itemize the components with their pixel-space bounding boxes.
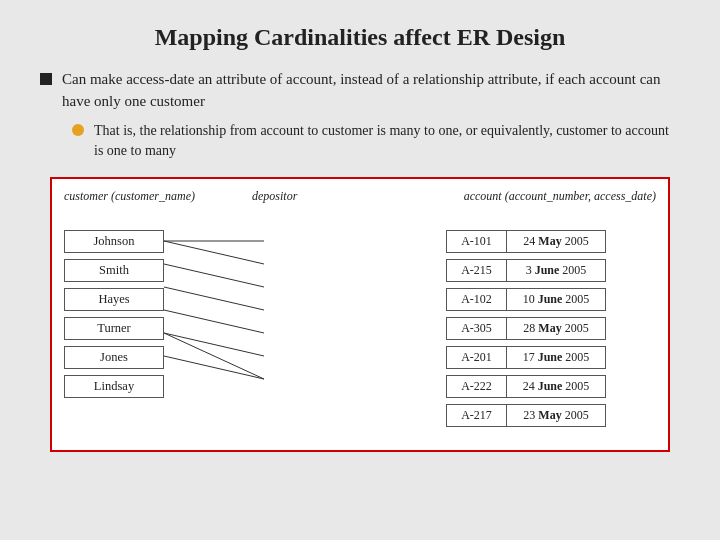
account-a215: A-215 3 June 2005 xyxy=(446,259,656,282)
customer-column: Johnson Smith Hayes Turner Jones Lindsay xyxy=(64,230,164,398)
slide: Mapping Cardinalities affect ER Design C… xyxy=(0,0,720,540)
diagram-labels: customer (customer_name) depositor accou… xyxy=(64,189,656,204)
account-column: A-101 24 May 2005 A-215 3 June 2005 A-10… xyxy=(446,230,656,427)
customer-turner: Turner xyxy=(64,317,164,340)
svg-line-5 xyxy=(164,333,264,356)
diagram-body: Johnson Smith Hayes Turner Jones Lindsay xyxy=(64,230,656,440)
svg-line-6 xyxy=(164,333,264,379)
svg-line-4 xyxy=(164,310,264,333)
svg-line-2 xyxy=(164,264,264,287)
svg-line-3 xyxy=(164,287,264,310)
account-a217: A-217 23 May 2005 xyxy=(446,404,656,427)
bullet-square-icon xyxy=(40,73,52,85)
svg-line-1 xyxy=(164,241,264,264)
account-a101: A-101 24 May 2005 xyxy=(446,230,656,253)
bullet-circle-icon xyxy=(72,124,84,136)
main-bullet: Can make access-date an attribute of acc… xyxy=(40,69,680,113)
diagram-container: customer (customer_name) depositor accou… xyxy=(50,177,670,452)
customer-hayes: Hayes xyxy=(64,288,164,311)
slide-title: Mapping Cardinalities affect ER Design xyxy=(40,24,680,51)
customer-johnson: Johnson xyxy=(64,230,164,253)
customer-label: customer (customer_name) xyxy=(64,189,195,204)
svg-line-7 xyxy=(164,356,264,379)
account-a201: A-201 17 June 2005 xyxy=(446,346,656,369)
customer-lindsay: Lindsay xyxy=(64,375,164,398)
depositor-label: depositor xyxy=(252,189,297,204)
customer-jones: Jones xyxy=(64,346,164,369)
account-label: account (account_number, access_date) xyxy=(464,189,656,204)
account-a102: A-102 10 June 2005 xyxy=(446,288,656,311)
sub-bullet-text: That is, the relationship from account t… xyxy=(94,121,680,162)
main-bullet-text: Can make access-date an attribute of acc… xyxy=(62,69,680,113)
customer-smith: Smith xyxy=(64,259,164,282)
account-a305: A-305 28 May 2005 xyxy=(446,317,656,340)
relationship-lines xyxy=(164,230,474,440)
account-a222: A-222 24 June 2005 xyxy=(446,375,656,398)
sub-bullet: That is, the relationship from account t… xyxy=(72,121,680,162)
